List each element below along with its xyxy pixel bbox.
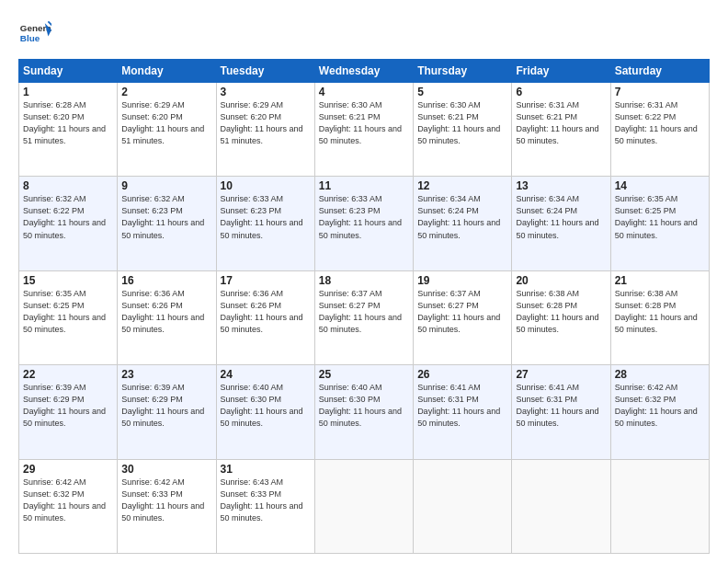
logo-icon: General Blue — [18, 17, 51, 50]
day-number: 31 — [221, 463, 311, 476]
calendar-cell: 11 Sunrise: 6:33 AM Sunset: 6:23 PM Dayl… — [314, 177, 413, 270]
day-info: Sunrise: 6:32 AM Sunset: 6:22 PM Dayligh… — [23, 193, 113, 241]
day-number: 10 — [221, 179, 311, 192]
week-row: 15 Sunrise: 6:35 AM Sunset: 6:25 PM Dayl… — [19, 270, 710, 364]
day-number: 27 — [516, 368, 606, 381]
day-number: 12 — [417, 179, 507, 192]
day-info: Sunrise: 6:33 AM Sunset: 6:23 PM Dayligh… — [221, 193, 311, 241]
calendar-cell: 17 Sunrise: 6:36 AM Sunset: 6:26 PM Dayl… — [216, 270, 314, 364]
calendar-cell: 19 Sunrise: 6:37 AM Sunset: 6:27 PM Dayl… — [414, 270, 512, 364]
calendar: SundayMondayTuesdayWednesdayThursdayFrid… — [18, 59, 710, 554]
day-info: Sunrise: 6:35 AM Sunset: 6:25 PM Dayligh… — [615, 193, 705, 241]
calendar-cell — [414, 459, 512, 553]
week-row: 8 Sunrise: 6:32 AM Sunset: 6:22 PM Dayli… — [19, 177, 710, 270]
week-row: 22 Sunrise: 6:39 AM Sunset: 6:29 PM Dayl… — [19, 365, 710, 459]
calendar-cell: 5 Sunrise: 6:30 AM Sunset: 6:21 PM Dayli… — [414, 83, 512, 177]
calendar-cell: 16 Sunrise: 6:36 AM Sunset: 6:26 PM Dayl… — [118, 270, 216, 364]
calendar-cell — [610, 459, 709, 553]
day-info: Sunrise: 6:43 AM Sunset: 6:33 PM Dayligh… — [221, 477, 311, 524]
day-number: 8 — [23, 179, 113, 192]
day-number: 17 — [221, 274, 311, 287]
day-header-friday: Friday — [512, 60, 610, 83]
day-info: Sunrise: 6:38 AM Sunset: 6:28 PM Dayligh… — [615, 288, 705, 336]
day-info: Sunrise: 6:42 AM Sunset: 6:33 PM Dayligh… — [121, 477, 211, 524]
day-info: Sunrise: 6:36 AM Sunset: 6:26 PM Dayligh… — [121, 288, 211, 336]
day-info: Sunrise: 6:29 AM Sunset: 6:20 PM Dayligh… — [221, 99, 311, 147]
day-number: 30 — [121, 463, 211, 476]
calendar-cell — [512, 459, 610, 553]
day-number: 28 — [615, 368, 705, 381]
day-info: Sunrise: 6:31 AM Sunset: 6:21 PM Dayligh… — [516, 99, 606, 147]
day-info: Sunrise: 6:42 AM Sunset: 6:32 PM Dayligh… — [23, 477, 113, 524]
calendar-cell: 4 Sunrise: 6:30 AM Sunset: 6:21 PM Dayli… — [314, 83, 413, 177]
day-number: 2 — [121, 86, 211, 98]
day-info: Sunrise: 6:29 AM Sunset: 6:20 PM Dayligh… — [121, 99, 211, 147]
day-number: 29 — [23, 463, 113, 476]
day-info: Sunrise: 6:40 AM Sunset: 6:30 PM Dayligh… — [221, 382, 311, 430]
day-info: Sunrise: 6:42 AM Sunset: 6:32 PM Dayligh… — [615, 382, 705, 430]
day-info: Sunrise: 6:39 AM Sunset: 6:29 PM Dayligh… — [23, 382, 113, 430]
day-number: 19 — [417, 274, 507, 287]
week-row: 29 Sunrise: 6:42 AM Sunset: 6:32 PM Dayl… — [19, 459, 710, 553]
day-number: 3 — [221, 86, 311, 98]
day-number: 14 — [615, 179, 705, 192]
calendar-cell: 18 Sunrise: 6:37 AM Sunset: 6:27 PM Dayl… — [314, 270, 413, 364]
day-number: 16 — [121, 274, 211, 287]
calendar-cell: 7 Sunrise: 6:31 AM Sunset: 6:22 PM Dayli… — [610, 83, 709, 177]
calendar-cell: 3 Sunrise: 6:29 AM Sunset: 6:20 PM Dayli… — [216, 83, 314, 177]
day-info: Sunrise: 6:32 AM Sunset: 6:23 PM Dayligh… — [121, 193, 211, 241]
day-number: 25 — [319, 368, 409, 381]
day-info: Sunrise: 6:37 AM Sunset: 6:27 PM Dayligh… — [319, 288, 409, 336]
calendar-cell: 28 Sunrise: 6:42 AM Sunset: 6:32 PM Dayl… — [610, 365, 709, 459]
calendar-cell — [314, 459, 413, 553]
calendar-cell: 8 Sunrise: 6:32 AM Sunset: 6:22 PM Dayli… — [19, 177, 118, 270]
day-info: Sunrise: 6:38 AM Sunset: 6:28 PM Dayligh… — [516, 288, 606, 336]
day-info: Sunrise: 6:31 AM Sunset: 6:22 PM Dayligh… — [615, 99, 705, 147]
calendar-cell: 29 Sunrise: 6:42 AM Sunset: 6:32 PM Dayl… — [19, 459, 118, 553]
day-number: 23 — [121, 368, 211, 381]
calendar-cell: 13 Sunrise: 6:34 AM Sunset: 6:24 PM Dayl… — [512, 177, 610, 270]
calendar-cell: 25 Sunrise: 6:40 AM Sunset: 6:30 PM Dayl… — [314, 365, 413, 459]
day-info: Sunrise: 6:37 AM Sunset: 6:27 PM Dayligh… — [417, 288, 507, 336]
week-row: 1 Sunrise: 6:28 AM Sunset: 6:20 PM Dayli… — [19, 83, 710, 177]
day-number: 20 — [516, 274, 606, 287]
calendar-cell: 15 Sunrise: 6:35 AM Sunset: 6:25 PM Dayl… — [19, 270, 118, 364]
calendar-cell: 14 Sunrise: 6:35 AM Sunset: 6:25 PM Dayl… — [610, 177, 709, 270]
day-header-sunday: Sunday — [19, 60, 118, 83]
day-number: 22 — [23, 368, 113, 381]
calendar-cell: 21 Sunrise: 6:38 AM Sunset: 6:28 PM Dayl… — [610, 270, 709, 364]
day-info: Sunrise: 6:34 AM Sunset: 6:24 PM Dayligh… — [417, 193, 507, 241]
header: General Blue — [18, 17, 710, 50]
calendar-cell: 26 Sunrise: 6:41 AM Sunset: 6:31 PM Dayl… — [414, 365, 512, 459]
day-info: Sunrise: 6:35 AM Sunset: 6:25 PM Dayligh… — [23, 288, 113, 336]
day-number: 26 — [417, 368, 507, 381]
day-number: 15 — [23, 274, 113, 287]
day-info: Sunrise: 6:36 AM Sunset: 6:26 PM Dayligh… — [221, 288, 311, 336]
day-info: Sunrise: 6:30 AM Sunset: 6:21 PM Dayligh… — [319, 99, 409, 147]
day-header-tuesday: Tuesday — [216, 60, 314, 83]
day-info: Sunrise: 6:41 AM Sunset: 6:31 PM Dayligh… — [516, 382, 606, 430]
day-number: 9 — [121, 179, 211, 192]
calendar-cell: 12 Sunrise: 6:34 AM Sunset: 6:24 PM Dayl… — [414, 177, 512, 270]
calendar-cell: 1 Sunrise: 6:28 AM Sunset: 6:20 PM Dayli… — [19, 83, 118, 177]
day-info: Sunrise: 6:34 AM Sunset: 6:24 PM Dayligh… — [516, 193, 606, 241]
svg-text:Blue: Blue — [20, 33, 40, 43]
day-number: 18 — [319, 274, 409, 287]
page: General Blue SundayMondayTuesdayWednesda… — [0, 0, 728, 563]
day-header-wednesday: Wednesday — [314, 60, 413, 83]
calendar-cell: 24 Sunrise: 6:40 AM Sunset: 6:30 PM Dayl… — [216, 365, 314, 459]
day-info: Sunrise: 6:39 AM Sunset: 6:29 PM Dayligh… — [121, 382, 211, 430]
calendar-cell: 23 Sunrise: 6:39 AM Sunset: 6:29 PM Dayl… — [118, 365, 216, 459]
day-info: Sunrise: 6:40 AM Sunset: 6:30 PM Dayligh… — [319, 382, 409, 430]
calendar-cell: 31 Sunrise: 6:43 AM Sunset: 6:33 PM Dayl… — [216, 459, 314, 553]
day-number: 5 — [417, 86, 507, 98]
day-info: Sunrise: 6:30 AM Sunset: 6:21 PM Dayligh… — [417, 99, 507, 147]
calendar-cell: 27 Sunrise: 6:41 AM Sunset: 6:31 PM Dayl… — [512, 365, 610, 459]
day-info: Sunrise: 6:28 AM Sunset: 6:20 PM Dayligh… — [23, 99, 113, 147]
calendar-cell: 10 Sunrise: 6:33 AM Sunset: 6:23 PM Dayl… — [216, 177, 314, 270]
day-number: 4 — [319, 86, 409, 98]
day-info: Sunrise: 6:33 AM Sunset: 6:23 PM Dayligh… — [319, 193, 409, 241]
calendar-cell: 2 Sunrise: 6:29 AM Sunset: 6:20 PM Dayli… — [118, 83, 216, 177]
day-number: 7 — [615, 86, 705, 98]
calendar-cell: 22 Sunrise: 6:39 AM Sunset: 6:29 PM Dayl… — [19, 365, 118, 459]
